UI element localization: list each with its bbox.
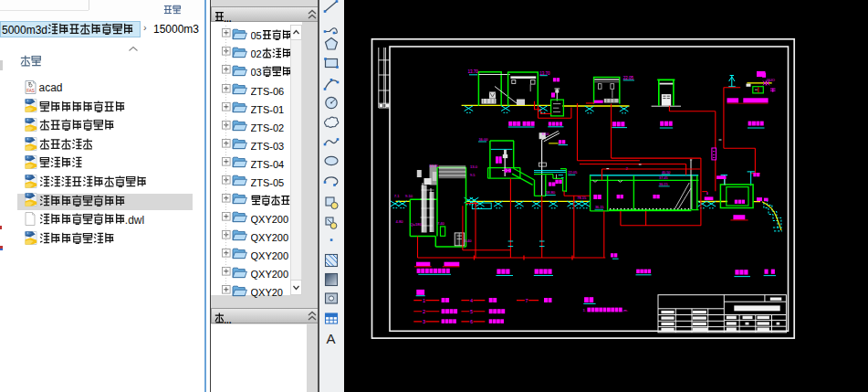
svg-text:22.05: 22.05 (623, 76, 634, 80)
svg-text:13.70: 13.70 (539, 71, 550, 76)
svg-text:GUO: GUO (767, 78, 775, 82)
svg-text:3: 3 (423, 319, 425, 324)
svg-text:A: A (327, 331, 336, 346)
svg-text:16.00: 16.00 (478, 137, 488, 142)
svg-text:5: 5 (470, 309, 473, 314)
svg-text:13.70: 13.70 (429, 164, 439, 168)
svg-text:,m.: ,m. (622, 308, 628, 313)
svg-text:22.05: 22.05 (568, 170, 578, 175)
svg-text:37.45: 37.45 (659, 176, 668, 180)
svg-text:78.15: 78.15 (577, 196, 587, 200)
svg-text:2: 2 (423, 309, 425, 314)
svg-text:1.: 1. (583, 308, 587, 313)
svg-text:6: 6 (470, 319, 473, 324)
svg-text:1: 1 (423, 298, 425, 303)
svg-text:13.0: 13.0 (470, 164, 478, 169)
svg-text:13.70: 13.70 (468, 69, 479, 74)
svg-text:36.15: 36.15 (659, 183, 668, 186)
svg-text:9.10: 9.10 (405, 194, 413, 198)
svg-text:7.40: 7.40 (437, 221, 445, 226)
svg-text:40.50: 40.50 (662, 171, 671, 175)
svg-text:7: 7 (526, 298, 528, 303)
svg-text:8.00: 8.00 (542, 132, 550, 136)
svg-text:4: 4 (470, 298, 473, 303)
svg-text:FAS: FAS (26, 88, 35, 92)
svg-text:36.15: 36.15 (595, 206, 604, 209)
svg-text:4.80: 4.80 (396, 219, 404, 224)
svg-text:9.5: 9.5 (470, 174, 475, 177)
svg-text:7.1: 7.1 (394, 194, 400, 198)
svg-text:Q=180: Q=180 (410, 222, 422, 227)
svg-text:18.80: 18.80 (546, 190, 556, 195)
svg-text:3.40: 3.40 (465, 238, 473, 243)
